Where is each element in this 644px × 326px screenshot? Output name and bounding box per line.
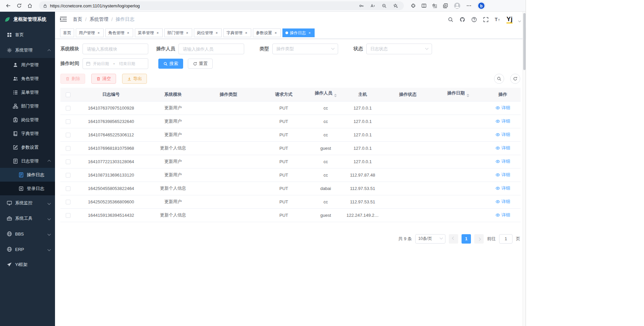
select-all-checkbox[interactable] [66,92,70,97]
zoom-out-icon[interactable] [380,2,388,9]
row-checkbox[interactable] [66,213,70,218]
sidebar-item-tools[interactable]: 系统工具 [0,211,55,226]
tab-oper-log[interactable]: 操作日志 [282,28,315,37]
row-checkbox[interactable] [66,159,70,164]
sort-icon[interactable] [467,92,469,99]
status-select[interactable]: 日志状态 [366,44,432,54]
tab-menu-mgmt[interactable]: 菜单管理 [135,28,163,37]
github-icon[interactable] [460,17,465,22]
close-icon[interactable] [126,31,130,35]
next-page-button[interactable] [474,234,484,244]
search-icon[interactable] [448,17,453,22]
detail-link[interactable]: 详细 [495,145,510,151]
scrollbar-track[interactable] [523,12,526,326]
row-checkbox[interactable] [66,119,70,124]
tab-dict-mgmt[interactable]: 字典管理 [223,28,251,37]
split-screen-icon[interactable] [421,3,427,8]
sidebar-item-log-mgmt[interactable]: 日志管理 [0,154,55,168]
back-icon[interactable] [3,1,13,10]
sidebar-item-dept-mgmt[interactable]: 部门管理 [0,99,55,113]
col-date[interactable]: 操作日期 [431,88,485,101]
sidebar-item-menu-mgmt[interactable]: 菜单管理 [0,85,55,99]
refresh-icon[interactable] [14,1,24,10]
sidebar-item-monitor[interactable]: 系统监控 [0,195,55,211]
detail-link[interactable]: 详细 [495,212,510,218]
sidebar-item-yi-framework[interactable]: Yi框架 [0,257,55,272]
sort-icon[interactable] [334,92,337,99]
type-select[interactable]: 操作类型 [272,44,338,54]
goto-page-input[interactable] [499,234,513,244]
chevron-down-icon[interactable] [518,19,521,22]
close-icon[interactable] [185,31,189,35]
close-icon[interactable] [244,31,248,35]
reset-button[interactable]: 重置 [188,59,213,69]
module-input[interactable] [83,44,148,54]
password-key-icon[interactable] [357,2,366,9]
sidebar-item-home[interactable]: 首页 [0,27,55,43]
detail-link[interactable]: 详细 [495,132,510,138]
detail-link[interactable]: 详细 [495,185,510,191]
row-checkbox[interactable] [66,200,70,204]
refresh-table-button[interactable] [510,74,520,84]
help-icon[interactable] [471,17,477,22]
export-button[interactable]: 导出 [122,74,147,84]
profile-avatar[interactable] [453,2,461,9]
address-bar[interactable]: https://ccnetcore.com:1101/system/log/op… [39,1,404,10]
close-icon[interactable] [156,31,160,35]
read-aloud-icon[interactable] [368,2,377,9]
close-icon[interactable] [274,31,278,35]
close-icon[interactable] [215,31,219,35]
col-operator[interactable]: 操作人员 [311,88,341,101]
tab-role-mgmt[interactable]: 角色管理 [105,28,133,37]
toggle-search-button[interactable] [494,74,504,84]
page-size-select[interactable]: 10条/页 [415,234,445,244]
page-number-current[interactable]: 1 [462,234,471,244]
row-checkbox[interactable] [66,106,70,111]
sidebar-item-system[interactable]: 系统管理 [0,43,55,58]
detail-link[interactable]: 详细 [495,158,510,165]
row-checkbox[interactable] [66,146,70,151]
sidebar-item-role-mgmt[interactable]: 角色管理 [0,72,55,85]
sidebar-item-erp[interactable]: ERP [0,242,55,257]
fullscreen-icon[interactable] [483,17,489,22]
close-icon[interactable] [97,31,101,35]
tab-user-mgmt[interactable]: 用户管理 [76,28,104,37]
sidebar-item-oper-log[interactable]: 操作日志 [0,168,55,182]
sidebar-item-login-log[interactable]: 登录日志 [0,182,55,195]
home-icon[interactable] [25,1,35,10]
favorites-icon[interactable] [432,3,437,8]
collections-icon[interactable] [443,3,448,8]
sidebar-item-user-mgmt[interactable]: 用户管理 [0,58,55,72]
favorite-star-icon[interactable] [391,2,400,9]
tab-post-mgmt[interactable]: 岗位管理 [194,28,222,37]
prev-page-button[interactable] [449,234,458,244]
font-size-icon[interactable]: TT [495,17,500,22]
clear-button[interactable]: 清空 [91,74,116,84]
row-checkbox[interactable] [66,186,70,191]
search-button[interactable]: 搜索 [158,59,183,69]
tab-home[interactable]: 首页 [60,28,74,37]
detail-link[interactable]: 详细 [495,172,510,178]
date-range-picker[interactable]: 开始日期 - 结束日期 [83,58,148,69]
detail-link[interactable]: 详细 [495,105,510,111]
tab-param-settings[interactable]: 参数设置 [253,28,281,37]
operator-input[interactable] [178,44,244,54]
yj-logo[interactable]: Yj [506,16,513,23]
sidebar-toggle-icon[interactable] [60,16,67,23]
breadcrumb-system[interactable]: 系统管理 [90,16,108,22]
detail-link[interactable]: 详细 [495,199,510,205]
row-checkbox[interactable] [66,133,70,137]
tab-dept-mgmt[interactable]: 部门管理 [164,28,192,37]
breadcrumb-home[interactable]: 首页 [73,16,82,22]
detail-link[interactable]: 详细 [495,118,510,124]
sidebar-item-bbs[interactable]: BBS [0,226,55,242]
sidebar-item-param-settings[interactable]: 参数设置 [0,140,55,154]
extensions-icon[interactable] [411,3,416,8]
browser-menu-icon[interactable] [466,3,472,8]
delete-button[interactable]: 删除 [60,74,85,84]
sidebar-item-post-mgmt[interactable]: 岗位管理 [0,113,55,127]
close-icon[interactable] [308,31,312,35]
row-checkbox[interactable] [66,173,70,178]
scrollbar-thumb[interactable] [523,13,526,70]
copilot-icon[interactable]: b [477,1,486,10]
